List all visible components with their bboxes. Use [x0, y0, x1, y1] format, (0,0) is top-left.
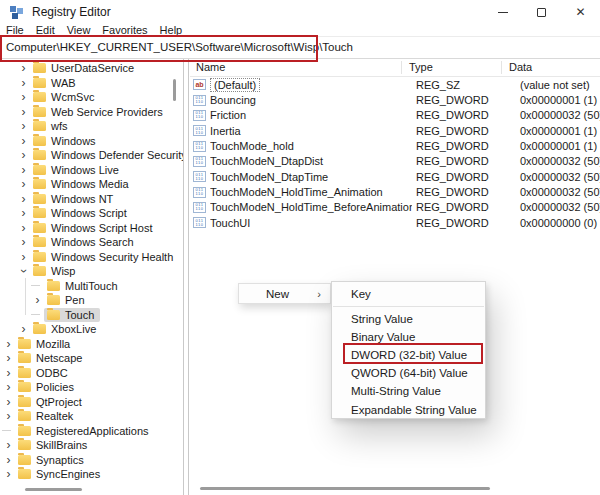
- dword-value-icon: [193, 202, 206, 213]
- column-header-type[interactable]: Type: [402, 61, 502, 74]
- folder-icon: [18, 382, 31, 392]
- registry-editor-window: Registry Editor ✕ File Edit View Favorit…: [0, 0, 600, 495]
- menu-file[interactable]: File: [0, 24, 30, 36]
- chevron-right-icon[interactable]: [17, 237, 30, 247]
- list-horizontal-scrollbar[interactable]: [200, 487, 490, 490]
- chevron-right-icon[interactable]: [2, 382, 15, 392]
- tree-item[interactable]: WcmSvc: [0, 90, 183, 105]
- annotation-dword-highlight: [343, 343, 483, 364]
- menu-item-multi-string-value[interactable]: Multi-String Value: [332, 382, 485, 400]
- tree-item[interactable]: MultiTouch: [0, 279, 183, 294]
- chevron-right-icon[interactable]: [17, 63, 30, 73]
- tree-horizontal-scrollbar[interactable]: [25, 488, 82, 491]
- menu-item-string-value[interactable]: String Value: [332, 310, 485, 328]
- chevron-right-icon[interactable]: [17, 92, 30, 102]
- value-row[interactable]: TouchUIREG_DWORD0x00000000 (0): [190, 215, 600, 230]
- tree-item-wisp[interactable]: Wisp: [0, 264, 183, 279]
- tree-item[interactable]: Windows NT: [0, 192, 183, 207]
- folder-icon: [47, 281, 60, 291]
- tree-item[interactable]: Netscape: [0, 351, 183, 366]
- panel-splitter[interactable]: [183, 59, 189, 495]
- chevron-right-icon[interactable]: [17, 208, 30, 218]
- column-header-data[interactable]: Data: [502, 61, 600, 74]
- menu-item-qword-value[interactable]: QWORD (64-bit) Value: [332, 364, 485, 382]
- tree-item[interactable]: Synaptics: [0, 453, 183, 468]
- chevron-right-icon[interactable]: [2, 455, 15, 465]
- context-menu-new[interactable]: New: [238, 283, 331, 304]
- value-row[interactable]: TouchModeN_DtapTimeREG_DWORD0x00000032 (…: [190, 169, 600, 184]
- tree-item[interactable]: Windows Search: [0, 235, 183, 250]
- chevron-right-icon[interactable]: [2, 368, 15, 378]
- chevron-down-icon[interactable]: [17, 266, 30, 276]
- chevron-right-icon[interactable]: [31, 295, 44, 305]
- close-icon: ✕: [575, 6, 585, 18]
- chevron-right-icon[interactable]: [17, 107, 30, 117]
- value-row[interactable]: TouchMode_holdREG_DWORD0x00000001 (1): [190, 138, 600, 153]
- tree-item[interactable]: QtProject: [0, 395, 183, 410]
- tree-item[interactable]: wfs: [0, 119, 183, 134]
- tree-item[interactable]: Mozilla: [0, 337, 183, 352]
- tree-item[interactable]: Windows Script: [0, 206, 183, 221]
- minimize-button[interactable]: [483, 0, 522, 24]
- chevron-right-icon[interactable]: [17, 165, 30, 175]
- value-row[interactable]: FrictionREG_DWORD0x00000032 (50): [190, 108, 600, 123]
- chevron-right-icon[interactable]: [17, 78, 30, 88]
- menu-help[interactable]: Help: [154, 24, 189, 36]
- chevron-right-icon[interactable]: [17, 252, 30, 262]
- tree-item[interactable]: UserDataService: [0, 61, 183, 76]
- tree-item[interactable]: SkillBrains: [0, 438, 183, 453]
- value-row[interactable]: TouchModeN_HoldTime_BeforeAnimationREG_D…: [190, 200, 600, 215]
- dword-value-icon: [193, 125, 206, 136]
- tree-item[interactable]: WAB: [0, 76, 183, 91]
- chevron-right-icon[interactable]: [17, 324, 30, 334]
- chevron-right-icon[interactable]: [17, 179, 30, 189]
- tree-item[interactable]: Windows Script Host: [0, 221, 183, 236]
- tree-connector-dash: [31, 314, 44, 315]
- value-row[interactable]: TouchModeN_DtapDistREG_DWORD0x00000032 (…: [190, 154, 600, 169]
- tree-item[interactable]: Windows Media: [0, 177, 183, 192]
- value-row[interactable]: (Default)REG_SZ(value not set): [190, 77, 600, 92]
- menu-item-expandable-string-value[interactable]: Expandable String Value: [332, 401, 485, 419]
- tree-item[interactable]: Policies: [0, 380, 183, 395]
- chevron-right-icon[interactable]: [2, 411, 15, 421]
- tree-item-touch-selected[interactable]: Touch: [0, 308, 183, 323]
- tree-item[interactable]: Windows Security Health: [0, 250, 183, 265]
- tree-item[interactable]: Pen: [0, 293, 183, 308]
- chevron-right-icon[interactable]: [2, 339, 15, 349]
- value-row[interactable]: BouncingREG_DWORD0x00000001 (1): [190, 92, 600, 107]
- maximize-button[interactable]: [522, 0, 561, 24]
- tree-item[interactable]: SyncEngines: [0, 467, 183, 482]
- chevron-right-icon[interactable]: [2, 397, 15, 407]
- menu-view[interactable]: View: [61, 24, 97, 36]
- tree-item[interactable]: RegisteredApplications: [0, 424, 183, 439]
- tree-item[interactable]: Windows Defender Security C: [0, 148, 183, 163]
- tree-item[interactable]: Windows Live: [0, 163, 183, 178]
- tree-item[interactable]: XboxLive: [0, 322, 183, 337]
- folder-icon: [18, 353, 31, 363]
- value-row[interactable]: InertiaREG_DWORD0x00000001 (1): [190, 123, 600, 138]
- chevron-right-icon[interactable]: [17, 136, 30, 146]
- tree-item[interactable]: Web Service Providers: [0, 105, 183, 120]
- tree-item[interactable]: Windows: [0, 134, 183, 149]
- chevron-right-icon[interactable]: [2, 353, 15, 363]
- folder-icon: [33, 194, 46, 204]
- chevron-right-icon[interactable]: [17, 194, 30, 204]
- value-row[interactable]: TouchModeN_HoldTime_AnimationREG_DWORD0x…: [190, 184, 600, 199]
- menu-item-key[interactable]: Key: [332, 285, 485, 303]
- tree-item[interactable]: ODBC: [0, 366, 183, 381]
- close-button[interactable]: ✕: [561, 0, 600, 24]
- column-header-name[interactable]: Name: [190, 61, 402, 74]
- chevron-right-icon[interactable]: [17, 121, 30, 131]
- chevron-right-icon[interactable]: [2, 440, 15, 450]
- menu-favorites[interactable]: Favorites: [96, 24, 153, 36]
- menu-edit[interactable]: Edit: [30, 24, 61, 36]
- tree-item[interactable]: Realtek: [0, 409, 183, 424]
- tree-vertical-scrollbar[interactable]: [173, 79, 176, 101]
- chevron-right-icon[interactable]: [2, 469, 15, 479]
- folder-icon: [18, 397, 31, 407]
- folder-icon: [33, 324, 46, 334]
- chevron-right-icon[interactable]: [17, 223, 30, 233]
- minimize-icon: [498, 12, 508, 13]
- tree-panel: UserDataService WAB WcmSvc Web Service P…: [0, 61, 183, 491]
- chevron-right-icon[interactable]: [17, 150, 30, 160]
